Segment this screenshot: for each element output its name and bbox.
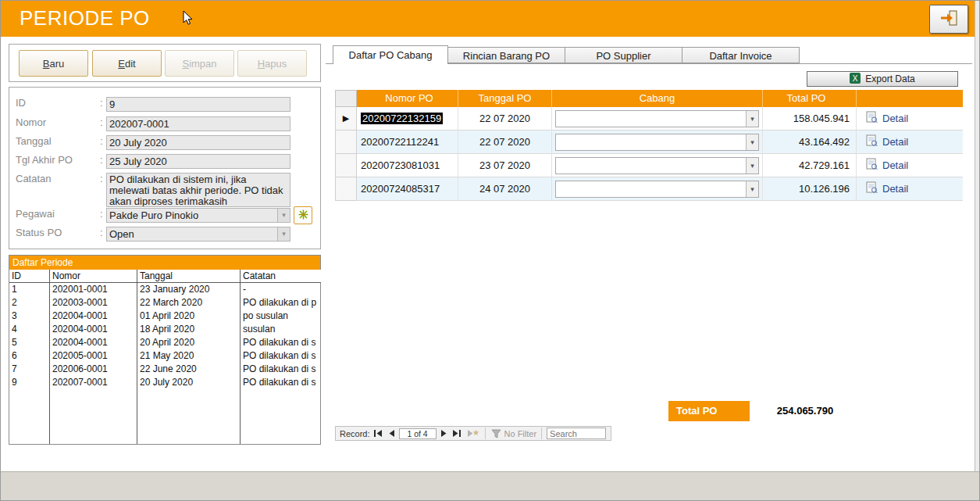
cell-nomor-po[interactable]: 20200723081031 xyxy=(357,154,458,177)
tab-daftar-invoice[interactable]: Daftar Invoice xyxy=(682,47,800,63)
chevron-down-icon[interactable]: ▾ xyxy=(277,227,290,241)
detail-link[interactable]: Detail xyxy=(882,159,908,171)
status-po-select[interactable]: Open ▾ xyxy=(106,227,290,242)
periode-header-nomor: Nomor xyxy=(50,270,137,283)
list-item[interactable]: 5 xyxy=(9,336,49,349)
last-record-icon[interactable] xyxy=(451,429,463,438)
tab-daftar-po-cabang[interactable]: Daftar PO Cabang xyxy=(333,45,448,64)
pegawai-select[interactable]: Pakde Puro Pinokio ▾ xyxy=(106,208,290,223)
cell-detail: Detail xyxy=(857,177,963,201)
new-record-icon[interactable] xyxy=(465,429,480,438)
list-item[interactable]: 202004-0001 xyxy=(50,323,137,336)
cabang-select[interactable]: ▾ xyxy=(555,181,759,198)
list-item[interactable]: 6 xyxy=(9,349,49,363)
chevron-down-icon[interactable]: ▾ xyxy=(746,111,758,127)
list-item[interactable]: - xyxy=(241,283,321,296)
selected-cell-text: 20200722132159 xyxy=(361,113,443,124)
cell-tanggal-po[interactable]: 22 07 2020 xyxy=(458,107,552,131)
hapus-hotkey: H xyxy=(258,58,265,70)
chevron-down-icon[interactable]: ▾ xyxy=(746,181,758,197)
cell-tanggal-po[interactable]: 23 07 2020 xyxy=(458,154,552,177)
record-selector[interactable] xyxy=(335,131,357,154)
list-item[interactable]: PO dilakukan di s xyxy=(241,376,321,389)
list-item[interactable]: 22 June 2020 xyxy=(137,363,240,376)
list-item[interactable]: 1 xyxy=(9,283,49,296)
cabang-select[interactable]: ▾ xyxy=(555,157,759,174)
first-record-icon[interactable] xyxy=(372,429,384,438)
list-item[interactable]: 2 xyxy=(9,296,49,310)
nomor-field[interactable]: 202007-0001 xyxy=(106,116,290,131)
list-item[interactable]: 4 xyxy=(9,323,49,336)
edit-button[interactable]: Edit xyxy=(92,50,162,77)
nomor-colon: : xyxy=(100,116,103,128)
search-input[interactable] xyxy=(547,428,606,439)
add-pegawai-button[interactable] xyxy=(294,206,312,224)
export-data-label: Export Data xyxy=(865,73,914,84)
detail-link[interactable]: Detail xyxy=(882,113,908,124)
next-record-icon[interactable] xyxy=(439,429,449,438)
chevron-down-icon[interactable]: ▾ xyxy=(277,209,290,222)
form-row-tanggal: Tanggal : 20 July 2020 xyxy=(9,135,320,151)
list-item[interactable]: 01 April 2020 xyxy=(137,310,240,323)
new-item-icon xyxy=(298,209,308,223)
record-selector-header xyxy=(335,90,357,107)
list-item[interactable]: 3 xyxy=(9,310,49,323)
page-title: PERIODE PO xyxy=(20,6,150,30)
list-item[interactable]: 22 March 2020 xyxy=(137,296,240,310)
record-selector[interactable] xyxy=(335,177,357,201)
list-item[interactable]: susulan xyxy=(241,323,321,336)
status-po-label: Status PO xyxy=(16,227,62,238)
list-item[interactable]: 18 April 2020 xyxy=(137,323,240,336)
baru-button[interactable]: Baru xyxy=(19,50,88,77)
list-item[interactable]: PO dilakukan di s xyxy=(241,363,321,376)
tanggal-field[interactable]: 20 July 2020 xyxy=(106,135,290,150)
cell-tanggal-po[interactable]: 22 07 2020 xyxy=(458,131,552,154)
tgl-akhir-po-field[interactable]: 25 July 2020 xyxy=(106,154,290,169)
cabang-select[interactable]: ▾ xyxy=(555,134,759,151)
cell-total-po[interactable]: 42.729.161 xyxy=(763,154,857,177)
list-item[interactable]: 9 xyxy=(9,376,49,389)
list-item[interactable]: 202001-0001 xyxy=(50,283,137,296)
list-item[interactable]: 202005-0001 xyxy=(50,349,137,363)
cell-total-po[interactable]: 43.164.492 xyxy=(763,131,857,154)
tgl-akhir-po-colon: : xyxy=(100,154,103,166)
record-position-box[interactable]: 1 of 4 xyxy=(399,428,437,439)
tanggal-colon: : xyxy=(100,135,103,147)
detail-link[interactable]: Detail xyxy=(882,183,908,195)
list-item[interactable]: 7 xyxy=(9,363,49,376)
catatan-field[interactable]: PO dilakukan di sistem ini, jika melewat… xyxy=(106,173,290,207)
detail-link[interactable]: Detail xyxy=(882,136,908,148)
list-item[interactable]: 23 January 2020 xyxy=(137,283,240,296)
no-filter-button[interactable]: No Filter xyxy=(504,429,537,438)
tab-rincian-barang-po[interactable]: Rincian Barang PO xyxy=(447,47,565,63)
list-item[interactable]: 202003-0001 xyxy=(50,296,137,310)
list-item[interactable]: 21 May 2020 xyxy=(137,349,240,363)
cell-total-po[interactable]: 10.126.196 xyxy=(763,177,857,201)
cell-nomor-po[interactable]: 20200724085317 xyxy=(357,177,458,201)
list-item[interactable]: 202007-0001 xyxy=(50,376,137,389)
exit-button[interactable] xyxy=(929,5,968,34)
cabang-select[interactable]: ▾ xyxy=(555,110,759,127)
list-item[interactable]: PO dilakukan di s xyxy=(241,336,321,349)
cell-nomor-po[interactable]: 20200722132159 xyxy=(357,107,458,131)
list-item[interactable]: 202004-0001 xyxy=(50,336,137,349)
list-item[interactable]: po susulan xyxy=(241,310,321,323)
record-selector[interactable]: ▶ xyxy=(335,107,357,131)
list-item[interactable]: 20 July 2020 xyxy=(137,376,240,389)
tab-po-supplier[interactable]: PO Supplier xyxy=(565,47,682,63)
id-field[interactable]: 9 xyxy=(106,97,290,112)
previous-record-icon[interactable] xyxy=(387,429,397,438)
record-selector[interactable] xyxy=(335,154,357,177)
periode-form-panel: ID : 9 Nomor : 202007-0001 Tanggal : 20 … xyxy=(9,87,321,249)
list-item[interactable]: PO dilakukan di p xyxy=(241,296,321,310)
chevron-down-icon[interactable]: ▾ xyxy=(746,134,758,150)
list-item[interactable]: 202006-0001 xyxy=(50,363,137,376)
list-item[interactable]: 20 April 2020 xyxy=(137,336,240,349)
list-item[interactable]: PO dilakukan di s xyxy=(241,349,321,363)
cell-nomor-po[interactable]: 20200722112241 xyxy=(357,131,458,154)
export-data-button[interactable]: X Export Data xyxy=(807,71,958,87)
chevron-down-icon[interactable]: ▾ xyxy=(746,158,758,174)
cell-tanggal-po[interactable]: 24 07 2020 xyxy=(458,177,552,201)
list-item[interactable]: 202004-0001 xyxy=(50,310,137,323)
cell-total-po[interactable]: 158.045.941 xyxy=(763,107,857,131)
